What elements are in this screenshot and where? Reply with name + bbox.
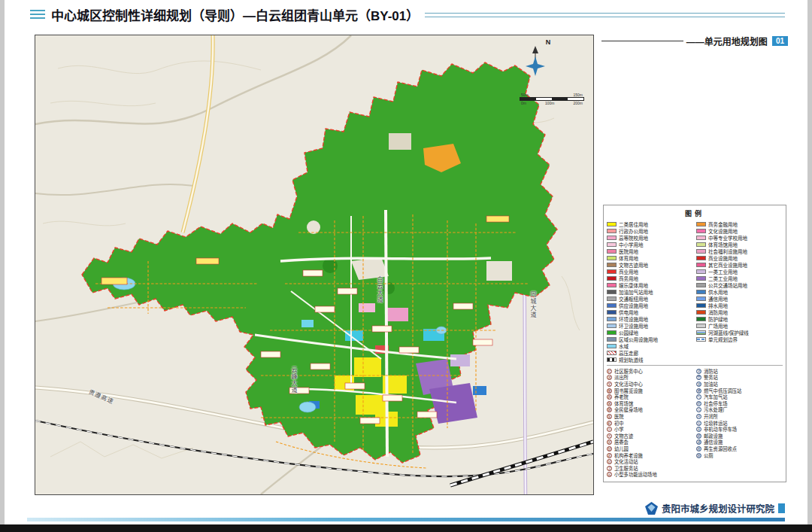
legend-label: 交通枢纽用地 [619, 295, 648, 302]
legend-swatch [696, 276, 706, 281]
legend-label: 全民健身场地 [614, 407, 643, 414]
legend-item: 古文物古迹 [607, 433, 693, 439]
legend-label: 中小学用地 [619, 241, 644, 248]
footer-accent-square [778, 503, 785, 513]
legend-item: 非非机动车停车场 [696, 426, 783, 433]
facility-icon: 体 [607, 401, 612, 406]
legend-label: 文化设施用地 [708, 227, 738, 234]
legend-label: 汽车加气站 [704, 394, 727, 400]
facility-icon: 医 [607, 414, 612, 419]
legend-item: 通信用地 [696, 295, 783, 302]
legend-item: 社社区服务中心 [607, 368, 693, 375]
legend-label: 防护绿地 [708, 315, 728, 322]
legend-label: 加油加气站用地 [619, 288, 653, 295]
legend-swatch [607, 357, 617, 362]
legend-item: 燃燃气中低压调压站 [696, 388, 783, 394]
legend-item: 二类工业用地 [696, 275, 783, 281]
legend-label: 加油站 [704, 381, 718, 388]
facility-icon: 污 [696, 407, 701, 412]
legend-item: 供应设施用地 [607, 302, 693, 309]
legend-item: 商务用地 [607, 275, 693, 281]
legend-swatch [696, 256, 706, 260]
legend-label: 中等专业学校用地 [708, 234, 747, 241]
legend-swatch [696, 310, 706, 315]
facility-icon: 小 [607, 427, 612, 432]
legend-label: 再生资源回收点 [704, 445, 737, 452]
legend-item: 单元规划边界 [696, 336, 783, 342]
legend-label: 商业用地 [619, 268, 638, 275]
title-rule [425, 13, 785, 17]
scale-label: 100m [545, 101, 555, 105]
legend-item: 社会福利设施用地 [696, 248, 783, 254]
landuse-legend-left: 二类居住用地行政办公用地高等院校用地中小学用地医院用地体育用地文物古迹用地商业用… [607, 220, 693, 363]
legend-swatch [607, 263, 617, 267]
legend-label: 供水用地 [708, 288, 728, 295]
legend-item: 广场用地 [696, 322, 783, 329]
legend-label: 邮政设施 [704, 433, 723, 439]
legend-item: 收再生资源回收点 [696, 445, 783, 452]
legend-label: 燃气中低压调压站 [704, 388, 741, 394]
legend-item: 居居委会 [607, 439, 693, 446]
facility-icon: 警 [696, 375, 701, 380]
legend-item: 娱乐康体用地 [607, 281, 693, 288]
facility-icon: 邮 [696, 433, 701, 439]
legend-label: 消防用地 [708, 309, 728, 315]
legend-item: 医医院 [607, 413, 693, 420]
page-title: 中心城区控制性详细规划（导则）—白云组团青山单元（BY-01） [51, 5, 419, 24]
north-arrow: N [526, 38, 571, 79]
legend-item: 水域 [607, 342, 693, 349]
facility-icon: 养 [607, 394, 612, 400]
footer: 贵阳市城乡规划设计研究院 [645, 501, 785, 515]
legend-swatch [696, 222, 706, 226]
facility-icon: 油 [696, 382, 701, 387]
legend-item: 河湖蓝线/保护绿线 [696, 329, 783, 336]
legend-swatch [696, 330, 706, 335]
legend-label: 文化活动站 [614, 458, 638, 465]
legend-item: 环境设施用地 [607, 315, 693, 322]
legend-item: 消消防站 [696, 368, 783, 375]
legend-swatch [696, 290, 706, 294]
legend-item: 规划轨道线 [607, 356, 693, 363]
facility-icon: 停 [696, 401, 701, 406]
legend-item: 文物古迹用地 [607, 261, 693, 268]
legend-item: 商业用地 [607, 268, 693, 275]
legend-label: 公共交通场站用地 [708, 281, 747, 288]
legend-label: 图书展览设施 [614, 388, 643, 394]
scale-label: 150m [573, 93, 583, 97]
legend-item: 卫卫生服务站 [607, 465, 693, 472]
legend-label: 公园绿地 [619, 329, 638, 336]
legend-label: 区域公用设施用地 [619, 336, 658, 342]
legend-item: 中小学用地 [607, 241, 693, 248]
legend-item: 气汽车加气站 [696, 394, 783, 400]
legend-label: 体育场馆 [614, 400, 633, 407]
legend-swatch [607, 290, 617, 294]
legend-label: 一类工业用地 [708, 268, 738, 275]
legend-item: 停社会停车场 [696, 400, 783, 407]
legend-label: 消防站 [704, 368, 718, 375]
scale-label: 0m [521, 101, 526, 105]
legend-label: 商业设施用地 [708, 254, 738, 261]
legend-item: 派派出所 [607, 375, 693, 382]
bottom-accent-strip [27, 518, 785, 521]
legend-item: 初初中 [607, 420, 693, 427]
legend-label: 社会福利设施用地 [708, 248, 747, 254]
legend-label: 商务用地 [619, 275, 638, 281]
facility-icon: 通 [696, 439, 701, 445]
legend-swatch [696, 236, 706, 240]
legend-label: 规划轨道线 [619, 356, 644, 363]
facility-icon: 社 [607, 369, 612, 374]
legend-label: 初中 [614, 420, 624, 427]
side-panel: ——单元用地规划图 01 图例 二类居住用地行政办公用地高等院校用地中小学用地医… [601, 35, 788, 495]
legend-item: 排水用地 [696, 302, 783, 309]
facility-icon: 幼 [607, 446, 612, 451]
legend-swatch [607, 337, 617, 342]
legend-item: 警警务站 [696, 375, 783, 382]
legend-label: 医院用地 [619, 248, 638, 254]
legend-item: 邮邮政设施 [696, 433, 783, 439]
legend-swatch [607, 296, 617, 301]
title-bar: 中心城区控制性详细规划（导则）—白云组团青山单元（BY-01） [30, 5, 785, 24]
legend-label: 通信设施 [704, 439, 723, 446]
legend-item: 公共交通场站用地 [696, 281, 783, 288]
legend: 图例 二类居住用地行政办公用地高等院校用地中小学用地医院用地体育用地文物古迹用地… [603, 205, 786, 482]
legend-swatch [607, 236, 617, 240]
